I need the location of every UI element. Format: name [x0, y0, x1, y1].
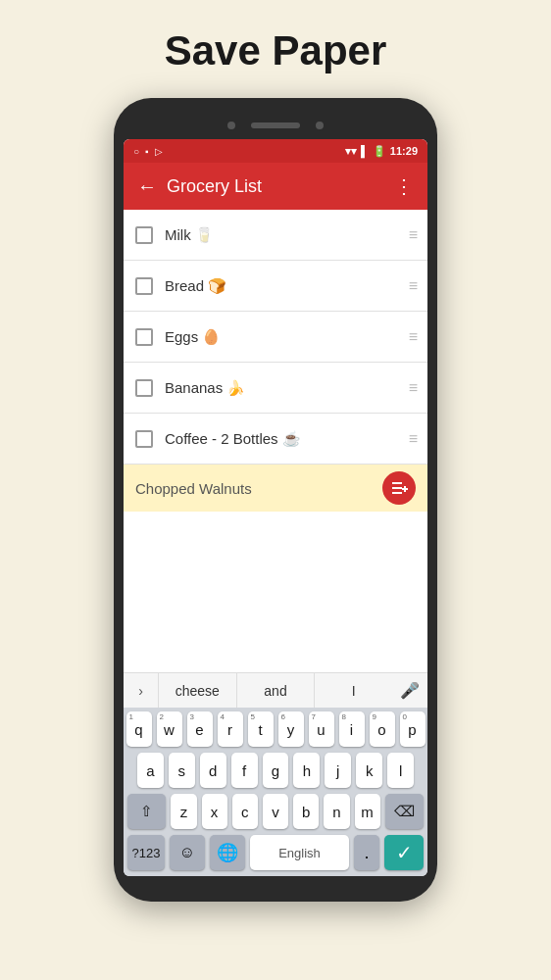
key-a[interactable]: a: [137, 753, 164, 788]
drag-handle-bananas[interactable]: ≡: [409, 379, 416, 397]
key-j[interactable]: j: [325, 753, 351, 788]
key-s[interactable]: s: [169, 753, 195, 788]
keyboard-row-4: ?123 ☺ 🌐 English . ✓: [124, 831, 427, 876]
shift-key[interactable]: ⇧: [127, 794, 166, 829]
key-z[interactable]: z: [171, 794, 196, 829]
add-item-button[interactable]: [382, 471, 416, 505]
item-label-coffee: Coffee - 2 Bottles ☕: [165, 430, 409, 448]
keyboard-row-1: 1q 2w 3e 4r 5t 6y 7u 8i 9o 0p: [124, 708, 427, 749]
suggestion-word-3[interactable]: I: [315, 673, 392, 709]
sensor-dot: [316, 122, 324, 129]
period-key[interactable]: .: [354, 835, 379, 870]
item-label-milk: Milk 🥛: [165, 226, 409, 244]
checkbox-milk[interactable]: [135, 226, 153, 244]
drag-handle-bread[interactable]: ≡: [409, 277, 416, 295]
list-item: Milk 🥛 ≡: [124, 210, 427, 261]
suggestion-word-1[interactable]: cheese: [159, 673, 237, 709]
signal-bars-icon: ▌: [361, 145, 369, 157]
mic-button[interactable]: 🎤: [392, 673, 427, 709]
item-label-bananas: Bananas 🍌: [165, 379, 409, 397]
status-bar: ○ ▪ ▷ ▾▾ ▌ 🔋 11:29: [124, 139, 427, 163]
play-icon: ▷: [155, 146, 163, 157]
status-time: 11:29: [390, 145, 418, 157]
app-bar: ← Grocery List ⋮: [124, 163, 427, 210]
drag-handle-eggs[interactable]: ≡: [409, 328, 416, 346]
key-n[interactable]: n: [324, 794, 349, 829]
key-g[interactable]: g: [263, 753, 289, 788]
key-w[interactable]: 2w: [157, 711, 182, 747]
key-o[interactable]: 9o: [370, 711, 395, 747]
page-title: Save Paper: [165, 27, 387, 74]
item-label-bread: Bread 🍞: [165, 277, 409, 295]
checkbox-bananas[interactable]: [135, 379, 153, 397]
signal-icon: ○: [133, 146, 139, 157]
space-key[interactable]: English: [250, 835, 349, 870]
status-left: ○ ▪ ▷: [133, 146, 163, 157]
list-item: Bananas 🍌 ≡: [124, 363, 427, 414]
phone-bottom-bar: [124, 876, 427, 888]
globe-key[interactable]: 🌐: [210, 835, 245, 870]
grocery-list: Milk 🥛 ≡ Bread 🍞 ≡ Eggs 🥚 ≡ Bananas 🍌 ≡: [124, 210, 427, 672]
app-bar-title: Grocery List: [167, 176, 262, 197]
camera-dot: [227, 122, 235, 129]
emoji-key[interactable]: ☺: [170, 835, 205, 870]
checkbox-coffee[interactable]: [135, 430, 153, 448]
key-i[interactable]: 8i: [339, 711, 365, 747]
key-d[interactable]: d: [200, 753, 226, 788]
status-right: ▾▾ ▌ 🔋 11:29: [345, 145, 418, 158]
suggestion-word-2[interactable]: and: [237, 673, 316, 709]
key-t[interactable]: 5t: [248, 711, 274, 747]
item-input[interactable]: [135, 480, 382, 497]
key-x[interactable]: x: [202, 794, 227, 829]
key-h[interactable]: h: [293, 753, 320, 788]
item-label-eggs: Eggs 🥚: [165, 328, 409, 346]
checkbox-eggs[interactable]: [135, 328, 153, 346]
key-f[interactable]: f: [231, 753, 258, 788]
key-c[interactable]: c: [232, 794, 258, 829]
input-row: [124, 465, 427, 512]
enter-key[interactable]: ✓: [384, 835, 424, 870]
key-y[interactable]: 6y: [278, 711, 304, 747]
suggestion-bar: › cheese and I 🎤: [124, 672, 427, 708]
key-m[interactable]: m: [355, 794, 380, 829]
key-q[interactable]: 1q: [126, 711, 152, 747]
keyboard: 1q 2w 3e 4r 5t 6y 7u 8i 9o 0p a s d f g …: [124, 708, 427, 876]
key-v[interactable]: v: [263, 794, 288, 829]
keyboard-row-2: a s d f g h j k l: [124, 749, 427, 790]
list-item: Coffee - 2 Bottles ☕ ≡: [124, 414, 427, 465]
key-e[interactable]: 3e: [187, 711, 213, 747]
suggestion-words: cheese and I: [159, 673, 392, 709]
phone-screen: ○ ▪ ▷ ▾▾ ▌ 🔋 11:29 ← Grocery List ⋮ Mi: [124, 139, 427, 876]
more-options-button[interactable]: ⋮: [394, 174, 414, 198]
key-u[interactable]: 7u: [309, 711, 334, 747]
checkbox-bread[interactable]: [135, 277, 153, 295]
key-r[interactable]: 4r: [218, 711, 243, 747]
backspace-key[interactable]: ⌫: [385, 794, 424, 829]
drag-handle-coffee[interactable]: ≡: [409, 430, 416, 448]
speaker-bar: [251, 122, 300, 128]
phone-frame: ○ ▪ ▷ ▾▾ ▌ 🔋 11:29 ← Grocery List ⋮ Mi: [114, 98, 437, 902]
suggestion-expand-button[interactable]: ›: [124, 673, 159, 709]
key-b[interactable]: b: [293, 794, 319, 829]
list-item: Bread 🍞 ≡: [124, 261, 427, 312]
app-bar-left: ← Grocery List: [137, 175, 262, 198]
keyboard-row-3: ⇧ z x c v b n m ⌫: [124, 790, 427, 831]
add-list-icon: [390, 481, 408, 495]
battery-icon: 🔋: [373, 145, 386, 158]
list-item: Eggs 🥚 ≡: [124, 312, 427, 363]
battery-small-icon: ▪: [145, 146, 149, 157]
key-p[interactable]: 0p: [400, 711, 426, 747]
key-l[interactable]: l: [387, 753, 414, 788]
drag-handle-milk[interactable]: ≡: [409, 226, 416, 244]
phone-top-bar: [124, 112, 427, 139]
back-button[interactable]: ←: [137, 175, 157, 198]
wifi-icon: ▾▾: [345, 145, 357, 158]
symbols-key[interactable]: ?123: [127, 835, 165, 870]
key-k[interactable]: k: [356, 753, 382, 788]
